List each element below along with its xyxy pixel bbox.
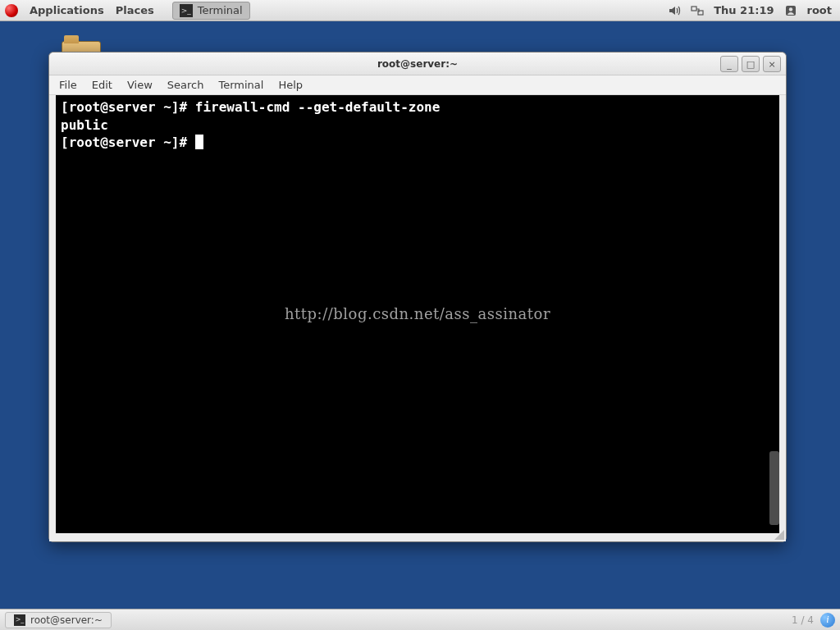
redhat-logo-icon (5, 4, 18, 17)
svg-point-3 (788, 7, 792, 11)
menu-help[interactable]: Help (278, 79, 303, 91)
prompt-2: [root@server ~]# (61, 135, 195, 150)
top-panel: Applications Places >_ Terminal Thu 21:1… (0, 0, 840, 21)
bottom-task-terminal[interactable]: >_ root@server:~ (5, 612, 112, 628)
titlebar[interactable]: root@server:~ _ □ × (49, 52, 786, 75)
places-menu[interactable]: Places (116, 4, 154, 16)
command-1: firewall-cmd --get-default-zone (195, 99, 441, 115)
user-label[interactable]: root (807, 4, 833, 16)
user-icon[interactable] (784, 4, 797, 17)
bottom-right: 1 / 4 i (792, 613, 840, 628)
bottom-task-label: root@server:~ (30, 614, 103, 626)
terminal-wrap: [root@server ~]# firewall-cmd --get-defa… (49, 95, 786, 541)
maximize-button[interactable]: □ (742, 56, 760, 72)
window-title: root@server:~ (377, 58, 458, 70)
resize-grip-icon[interactable] (774, 530, 784, 540)
taskbar-item-terminal[interactable]: >_ Terminal (172, 2, 250, 20)
volume-icon[interactable] (668, 4, 681, 17)
terminal-output[interactable]: [root@server ~]# firewall-cmd --get-defa… (56, 95, 779, 533)
window-buttons: _ □ × (720, 56, 781, 72)
menu-edit[interactable]: Edit (92, 79, 112, 91)
output-1: public (61, 117, 108, 133)
minimize-button[interactable]: _ (720, 56, 738, 72)
top-left: Applications Places >_ Terminal (0, 2, 250, 20)
menu-search[interactable]: Search (167, 79, 204, 91)
menubar: File Edit View Search Terminal Help (49, 75, 786, 95)
menu-terminal[interactable]: Terminal (218, 79, 263, 91)
terminal-icon: >_ (180, 4, 193, 17)
menu-file[interactable]: File (59, 79, 77, 91)
workspace-pager[interactable]: 1 / 4 (792, 614, 814, 626)
cursor-icon (195, 135, 203, 149)
scrollbar-thumb[interactable] (769, 451, 779, 525)
network-icon[interactable] (691, 4, 704, 17)
bottom-panel: >_ root@server:~ 1 / 4 i (0, 609, 840, 630)
task-label: Terminal (198, 4, 243, 16)
info-icon[interactable]: i (820, 613, 835, 628)
terminal-window: root@server:~ _ □ × File Edit View Searc… (48, 52, 787, 542)
prompt-1: [root@server ~]# (61, 99, 195, 115)
applications-menu[interactable]: Applications (30, 4, 104, 16)
close-button[interactable]: × (763, 56, 781, 72)
clock[interactable]: Thu 21:19 (714, 4, 774, 16)
terminal-icon: >_ (14, 614, 25, 626)
system-tray: Thu 21:19 root (668, 4, 840, 17)
menu-view[interactable]: View (127, 79, 153, 91)
watermark-text: http://blog.csdn.net/ass_assinator (285, 304, 550, 324)
svg-rect-0 (692, 7, 696, 11)
